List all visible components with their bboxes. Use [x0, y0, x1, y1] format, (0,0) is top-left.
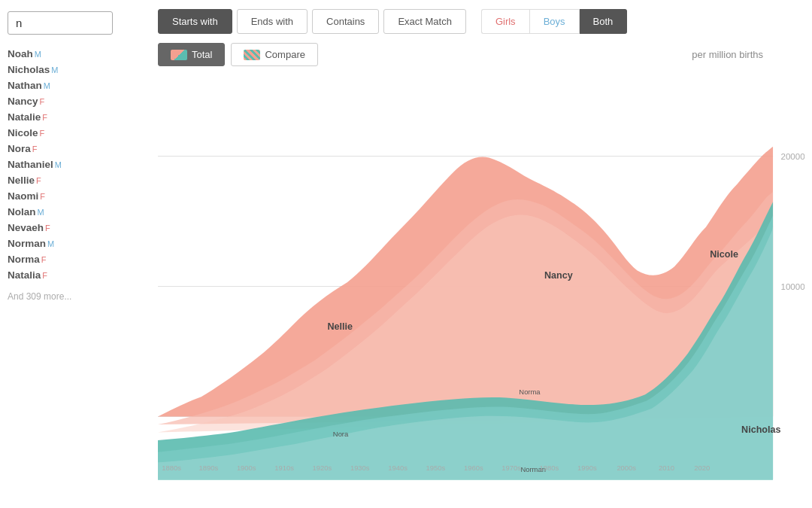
name-label[interactable]: Naomi: [8, 190, 38, 202]
list-item: NaomiF: [8, 190, 143, 202]
svg-text:1900s: 1900s: [237, 464, 256, 472]
gender-label: M: [51, 65, 58, 75]
gender-label: F: [41, 255, 47, 264]
filter-boys[interactable]: Boys: [529, 9, 580, 34]
label-nancy: Nancy: [544, 270, 573, 281]
main-chart: 20000 10000 Nancy Nicole Nicholas No: [158, 72, 804, 500]
name-label[interactable]: Noah: [8, 48, 33, 59]
name-label[interactable]: Nolan: [8, 206, 36, 217]
svg-text:1990s: 1990s: [577, 464, 597, 472]
list-item: NormaF: [8, 254, 143, 265]
name-label[interactable]: Nathaniel: [8, 159, 53, 170]
name-label[interactable]: Norma: [8, 254, 40, 265]
total-label: Total: [192, 49, 212, 60]
view-total-button[interactable]: Total: [158, 43, 225, 66]
label-norma: Norma: [519, 388, 541, 396]
gender-label: M: [38, 208, 44, 217]
svg-text:1920s: 1920s: [313, 464, 332, 472]
name-label[interactable]: Natalie: [8, 111, 41, 123]
list-item: NataliaF: [8, 269, 143, 281]
compare-swatch: [244, 50, 260, 60]
gender-filter-group: Girls Boys Both: [481, 9, 627, 34]
label-nicholas: Nicholas: [741, 424, 780, 435]
gender-label: M: [55, 160, 62, 169]
label-nicole: Nicole: [710, 249, 738, 260]
list-item: NormanM: [8, 238, 143, 249]
gender-label: F: [40, 97, 45, 106]
total-swatch: [171, 50, 187, 60]
list-item: NoraF: [8, 143, 143, 154]
filter-both[interactable]: Both: [580, 9, 628, 34]
gender-label: M: [44, 81, 50, 90]
name-label[interactable]: Natalia: [8, 269, 41, 281]
name-list: NoahMNicholasMNathanMNancyFNatalieFNicol…: [8, 48, 143, 281]
list-item: NathanielM: [8, 159, 143, 170]
gender-label: F: [40, 192, 45, 201]
gender-label: F: [45, 224, 50, 233]
gender-label: F: [32, 144, 38, 154]
name-label[interactable]: Nicholas: [8, 64, 50, 75]
name-label[interactable]: Nicole: [8, 127, 38, 138]
svg-text:10000: 10000: [781, 282, 804, 291]
search-input[interactable]: n: [8, 11, 113, 35]
gender-label: F: [42, 113, 47, 122]
label-nora: Nora: [333, 430, 349, 438]
svg-text:1890s: 1890s: [199, 464, 219, 472]
chart-area: 20000 10000 Nancy Nicole Nicholas No: [158, 72, 804, 500]
list-item: NathanM: [8, 80, 143, 91]
label-nellie: Nellie: [327, 321, 353, 332]
list-item: NancyF: [8, 96, 143, 107]
filter-toolbar: Starts with Ends with Contains Exact Mat…: [158, 9, 804, 34]
list-item: NevaehF: [8, 222, 143, 233]
gender-label: F: [42, 271, 47, 280]
gender-label: F: [36, 176, 41, 185]
svg-text:1930s: 1930s: [350, 464, 370, 472]
list-item: NicholasM: [8, 64, 143, 75]
per-million-label: per million births: [692, 49, 804, 60]
svg-text:1950s: 1950s: [426, 464, 446, 472]
sidebar: n NoahMNicholasMNathanMNancyFNatalieFNic…: [0, 0, 150, 508]
name-label[interactable]: Nellie: [8, 175, 35, 186]
more-names-label: And 309 more...: [8, 291, 143, 302]
svg-text:1980s: 1980s: [540, 464, 559, 472]
list-item: NolanM: [8, 206, 143, 217]
svg-text:1910s: 1910s: [274, 464, 294, 472]
gender-label: M: [47, 239, 54, 248]
main-content: Starts with Ends with Contains Exact Mat…: [150, 0, 812, 508]
svg-text:2000s: 2000s: [617, 464, 636, 472]
name-label[interactable]: Nancy: [8, 96, 38, 107]
compare-label: Compare: [265, 49, 304, 60]
name-label[interactable]: Nora: [8, 143, 31, 154]
filter-girls[interactable]: Girls: [481, 9, 529, 34]
list-item: NicoleF: [8, 127, 143, 138]
view-toggle-row: Total Compare per million births: [158, 43, 804, 66]
svg-text:1960s: 1960s: [464, 464, 483, 472]
gender-label: M: [35, 50, 41, 59]
list-item: NoahM: [8, 48, 143, 59]
view-compare-button[interactable]: Compare: [231, 43, 317, 66]
filter-starts-with[interactable]: Starts with: [158, 9, 232, 34]
list-item: NatalieF: [8, 111, 143, 123]
list-item: NellieF: [8, 175, 143, 186]
gender-label: F: [40, 129, 45, 138]
svg-text:2020: 2020: [694, 464, 710, 472]
svg-text:1880s: 1880s: [162, 464, 181, 472]
name-label[interactable]: Nathan: [8, 80, 42, 91]
filter-exact-match[interactable]: Exact Match: [383, 9, 466, 34]
svg-text:1970s: 1970s: [501, 464, 521, 472]
filter-ends-with[interactable]: Ends with: [237, 9, 308, 34]
name-label[interactable]: Nevaeh: [8, 222, 44, 233]
svg-text:20000: 20000: [781, 152, 804, 161]
svg-text:2010: 2010: [659, 464, 674, 472]
filter-contains[interactable]: Contains: [312, 9, 379, 34]
name-label[interactable]: Norman: [8, 238, 46, 249]
svg-text:1940s: 1940s: [388, 464, 408, 472]
